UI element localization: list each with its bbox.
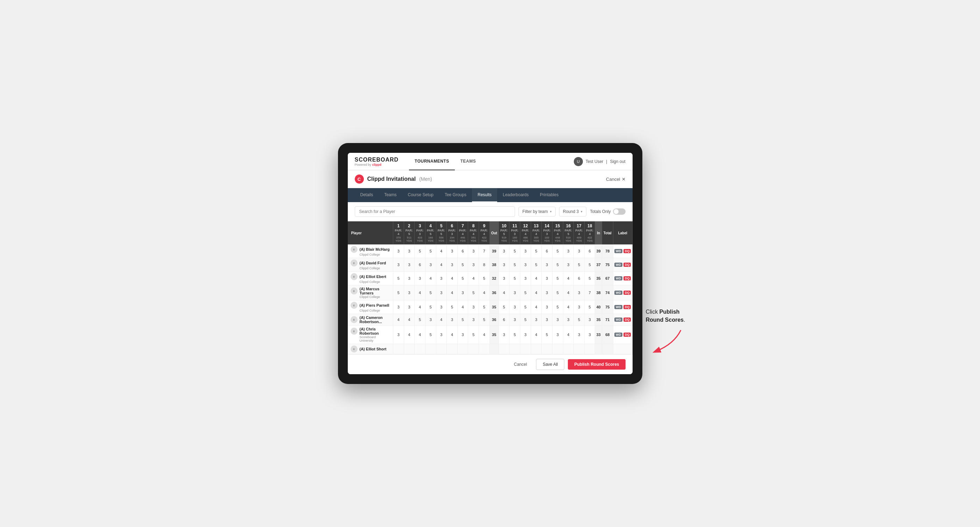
hole-17-score[interactable]: 6	[574, 272, 585, 285]
hole-1-score[interactable]: 3	[393, 325, 404, 344]
hole-3-score[interactable]: 6	[415, 258, 425, 272]
tournament-cancel-button[interactable]: Cancel ✕	[606, 176, 625, 182]
tab-tee-groups[interactable]: Tee Groups	[439, 188, 472, 202]
hole-14-score[interactable]: 6	[542, 244, 552, 258]
hole-11-score[interactable]: 5	[509, 325, 520, 344]
hole-10-score[interactable]: 3	[499, 325, 509, 344]
hole-3-score[interactable]: 4	[415, 325, 425, 344]
hole-15-score[interactable]: 5	[552, 272, 563, 285]
wd-badge[interactable]: WD	[614, 305, 622, 309]
hole-5-score[interactable]: 3	[436, 325, 447, 344]
hole-12-score[interactable]: 3	[520, 325, 531, 344]
hole-5-score[interactable]: 4	[436, 244, 447, 258]
hole-14-score[interactable]: 3	[542, 285, 552, 300]
hole-18-score[interactable]: 3	[584, 314, 595, 325]
hole-7-score[interactable]: 5	[457, 258, 468, 272]
hole-1-score[interactable]: 4	[393, 314, 404, 325]
tab-leaderboards[interactable]: Leaderboards	[497, 188, 534, 202]
hole-16-score[interactable]	[563, 344, 574, 354]
hole-11-score[interactable]: 3	[509, 285, 520, 300]
hole-14-score[interactable]	[542, 344, 552, 354]
hole-17-score[interactable]: 5	[574, 258, 585, 272]
hole-16-score[interactable]: 3	[563, 244, 574, 258]
hole-15-score[interactable]	[552, 344, 563, 354]
hole-9-score[interactable]: 8	[479, 258, 490, 272]
hole-8-score[interactable]: 3	[468, 244, 479, 258]
hole-2-score[interactable]	[404, 344, 415, 354]
hole-6-score[interactable]: 3	[447, 314, 458, 325]
hole-18-score[interactable]: 7	[584, 285, 595, 300]
dq-badge[interactable]: DQ	[624, 317, 631, 322]
hole-2-score[interactable]: 3	[404, 272, 415, 285]
hole-7-score[interactable]: 4	[457, 300, 468, 314]
hole-9-score[interactable]: 7	[479, 244, 490, 258]
hole-12-score[interactable]: 5	[520, 314, 531, 325]
hole-10-score[interactable]: 3	[499, 272, 509, 285]
hole-6-score[interactable]: 4	[447, 285, 458, 300]
hole-16-score[interactable]: 3	[563, 314, 574, 325]
hole-14-score[interactable]: 3	[542, 314, 552, 325]
hole-7-score[interactable]: 5	[457, 272, 468, 285]
hole-10-score[interactable]	[499, 344, 509, 354]
hole-4-score[interactable]: 4	[425, 272, 436, 285]
hole-7-score[interactable]	[457, 344, 468, 354]
hole-10-score[interactable]: 3	[499, 244, 509, 258]
hole-10-score[interactable]: 3	[499, 258, 509, 272]
hole-14-score[interactable]: 3	[542, 300, 552, 314]
hole-13-score[interactable]: 4	[531, 285, 542, 300]
dq-badge[interactable]: DQ	[624, 333, 631, 337]
hole-17-score[interactable]: 3	[574, 325, 585, 344]
tab-printables[interactable]: Printables	[534, 188, 564, 202]
hole-6-score[interactable]: 5	[447, 300, 458, 314]
dq-badge[interactable]: DQ	[624, 290, 631, 295]
hole-4-score[interactable]: 5	[425, 285, 436, 300]
hole-15-score[interactable]: 5	[552, 285, 563, 300]
hole-15-score[interactable]: 5	[552, 244, 563, 258]
hole-16-score[interactable]: 4	[563, 325, 574, 344]
hole-15-score[interactable]: 3	[552, 314, 563, 325]
hole-7-score[interactable]: 3	[457, 325, 468, 344]
hole-5-score[interactable]	[436, 344, 447, 354]
hole-16-score[interactable]: 4	[563, 272, 574, 285]
wd-badge[interactable]: WD	[614, 317, 622, 322]
hole-18-score[interactable]: 3	[584, 325, 595, 344]
round-select[interactable]: Round 3 ▾	[559, 207, 586, 216]
hole-12-score[interactable]: 5	[520, 285, 531, 300]
hole-12-score[interactable]: 3	[520, 258, 531, 272]
hole-13-score[interactable]: 4	[531, 272, 542, 285]
hole-15-score[interactable]: 3	[552, 325, 563, 344]
hole-4-score[interactable]	[425, 344, 436, 354]
hole-13-score[interactable]: 3	[531, 314, 542, 325]
hole-10-score[interactable]: 4	[499, 285, 509, 300]
hole-2-score[interactable]: 3	[404, 244, 415, 258]
hole-18-score[interactable]: 5	[584, 258, 595, 272]
tab-details[interactable]: Details	[355, 188, 379, 202]
hole-18-score[interactable]: 5	[584, 272, 595, 285]
hole-3-score[interactable]: 5	[415, 314, 425, 325]
hole-17-score[interactable]: 3	[574, 285, 585, 300]
wd-badge[interactable]: WD	[614, 263, 622, 267]
hole-1-score[interactable]	[393, 344, 404, 354]
filter-by-team-select[interactable]: Filter by team ▾	[519, 207, 555, 216]
hole-9-score[interactable]: 5	[479, 300, 490, 314]
hole-9-score[interactable]: 5	[479, 314, 490, 325]
hole-8-score[interactable]: 5	[468, 285, 479, 300]
hole-8-score[interactable]: 5	[468, 325, 479, 344]
hole-16-score[interactable]: 4	[563, 300, 574, 314]
hole-15-score[interactable]: 5	[552, 258, 563, 272]
hole-18-score[interactable]: 6	[584, 244, 595, 258]
hole-11-score[interactable]: 5	[509, 272, 520, 285]
hole-8-score[interactable]: 3	[468, 300, 479, 314]
hole-5-score[interactable]: 4	[436, 314, 447, 325]
hole-3-score[interactable]	[415, 344, 425, 354]
hole-7-score[interactable]: 6	[457, 244, 468, 258]
hole-13-score[interactable]: 5	[531, 258, 542, 272]
hole-8-score[interactable]: 3	[468, 314, 479, 325]
hole-10-score[interactable]: 5	[499, 300, 509, 314]
hole-3-score[interactable]: 5	[415, 244, 425, 258]
hole-11-score[interactable]	[509, 344, 520, 354]
wd-badge[interactable]: WD	[614, 249, 622, 253]
hole-5-score[interactable]: 3	[436, 285, 447, 300]
tab-course-setup[interactable]: Course Setup	[402, 188, 439, 202]
hole-14-score[interactable]: 3	[542, 258, 552, 272]
